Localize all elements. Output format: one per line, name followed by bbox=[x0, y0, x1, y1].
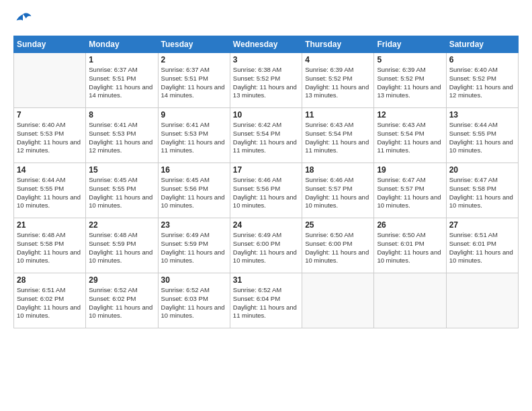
calendar-cell: 27Sunrise: 6:51 AMSunset: 6:01 PMDayligh… bbox=[446, 218, 518, 273]
day-info: Sunrise: 6:52 AMSunset: 6:04 PMDaylight:… bbox=[233, 286, 299, 320]
day-number: 1 bbox=[89, 55, 154, 64]
weekday-header-saturday: Saturday bbox=[446, 36, 518, 53]
day-number: 7 bbox=[17, 110, 83, 120]
day-info: Sunrise: 6:46 AMSunset: 5:56 PMDaylight:… bbox=[233, 176, 299, 210]
calendar-cell: 28Sunrise: 6:51 AMSunset: 6:02 PMDayligh… bbox=[14, 273, 86, 328]
calendar-cell: 21Sunrise: 6:48 AMSunset: 5:58 PMDayligh… bbox=[14, 218, 86, 273]
weekday-header-sunday: Sunday bbox=[14, 36, 86, 53]
day-number: 28 bbox=[17, 275, 83, 285]
calendar-cell: 14Sunrise: 6:44 AMSunset: 5:55 PMDayligh… bbox=[14, 163, 86, 218]
day-info: Sunrise: 6:40 AMSunset: 5:52 PMDaylight:… bbox=[449, 66, 515, 100]
calendar-cell: 22Sunrise: 6:48 AMSunset: 5:59 PMDayligh… bbox=[86, 218, 158, 273]
day-number: 23 bbox=[161, 220, 227, 230]
calendar-cell: 3Sunrise: 6:38 AMSunset: 5:52 PMDaylight… bbox=[230, 53, 302, 108]
calendar-cell: 1Sunrise: 6:37 AMSunset: 5:51 PMDaylight… bbox=[86, 53, 158, 108]
calendar-cell bbox=[302, 273, 374, 328]
day-info: Sunrise: 6:48 AMSunset: 5:58 PMDaylight:… bbox=[17, 231, 83, 265]
day-number: 21 bbox=[17, 220, 83, 230]
logo bbox=[13, 10, 35, 29]
day-number: 6 bbox=[449, 55, 515, 64]
calendar-cell: 11Sunrise: 6:43 AMSunset: 5:54 PMDayligh… bbox=[302, 108, 374, 163]
day-number: 13 bbox=[449, 110, 515, 120]
day-number: 30 bbox=[161, 275, 227, 285]
day-number: 14 bbox=[17, 165, 83, 175]
calendar-cell: 8Sunrise: 6:41 AMSunset: 5:53 PMDaylight… bbox=[86, 108, 158, 163]
week-row-4: 21Sunrise: 6:48 AMSunset: 5:58 PMDayligh… bbox=[14, 218, 519, 273]
calendar-cell: 13Sunrise: 6:44 AMSunset: 5:55 PMDayligh… bbox=[446, 108, 518, 163]
day-number: 31 bbox=[233, 275, 299, 285]
day-info: Sunrise: 6:43 AMSunset: 5:54 PMDaylight:… bbox=[305, 121, 371, 155]
day-info: Sunrise: 6:39 AMSunset: 5:52 PMDaylight:… bbox=[305, 66, 371, 100]
calendar-cell bbox=[446, 273, 518, 328]
header bbox=[13, 10, 519, 29]
day-info: Sunrise: 6:42 AMSunset: 5:54 PMDaylight:… bbox=[233, 121, 299, 155]
generalblue-logo-icon bbox=[13, 10, 32, 29]
day-number: 25 bbox=[305, 220, 371, 230]
day-number: 4 bbox=[305, 55, 371, 64]
day-number: 20 bbox=[449, 165, 515, 175]
weekday-header-wednesday: Wednesday bbox=[230, 36, 302, 53]
day-info: Sunrise: 6:40 AMSunset: 5:53 PMDaylight:… bbox=[17, 121, 83, 155]
weekday-header-monday: Monday bbox=[86, 36, 158, 53]
day-number: 2 bbox=[161, 55, 227, 64]
day-number: 27 bbox=[449, 220, 515, 230]
calendar-cell: 2Sunrise: 6:37 AMSunset: 5:51 PMDaylight… bbox=[158, 53, 230, 108]
day-number: 3 bbox=[233, 55, 299, 64]
day-info: Sunrise: 6:52 AMSunset: 6:02 PMDaylight:… bbox=[89, 286, 154, 320]
day-info: Sunrise: 6:41 AMSunset: 5:53 PMDaylight:… bbox=[161, 121, 227, 155]
day-number: 10 bbox=[233, 110, 299, 120]
weekday-header-row: SundayMondayTuesdayWednesdayThursdayFrid… bbox=[14, 36, 519, 53]
day-info: Sunrise: 6:46 AMSunset: 5:57 PMDaylight:… bbox=[305, 176, 371, 210]
day-number: 18 bbox=[305, 165, 371, 175]
week-row-1: 1Sunrise: 6:37 AMSunset: 5:51 PMDaylight… bbox=[14, 53, 519, 108]
calendar-cell bbox=[14, 53, 86, 108]
calendar-cell: 30Sunrise: 6:52 AMSunset: 6:03 PMDayligh… bbox=[158, 273, 230, 328]
day-info: Sunrise: 6:47 AMSunset: 5:57 PMDaylight:… bbox=[377, 176, 443, 210]
day-number: 29 bbox=[89, 275, 154, 285]
day-info: Sunrise: 6:51 AMSunset: 6:01 PMDaylight:… bbox=[449, 231, 515, 265]
day-info: Sunrise: 6:50 AMSunset: 6:01 PMDaylight:… bbox=[377, 231, 443, 265]
day-info: Sunrise: 6:45 AMSunset: 5:56 PMDaylight:… bbox=[161, 176, 227, 210]
day-info: Sunrise: 6:49 AMSunset: 6:00 PMDaylight:… bbox=[233, 231, 299, 265]
weekday-header-friday: Friday bbox=[374, 36, 446, 53]
day-number: 22 bbox=[89, 220, 154, 230]
calendar-cell: 29Sunrise: 6:52 AMSunset: 6:02 PMDayligh… bbox=[86, 273, 158, 328]
calendar-cell: 24Sunrise: 6:49 AMSunset: 6:00 PMDayligh… bbox=[230, 218, 302, 273]
week-row-5: 28Sunrise: 6:51 AMSunset: 6:02 PMDayligh… bbox=[14, 273, 519, 328]
day-number: 12 bbox=[377, 110, 443, 120]
day-info: Sunrise: 6:48 AMSunset: 5:59 PMDaylight:… bbox=[89, 231, 154, 265]
day-number: 11 bbox=[305, 110, 371, 120]
day-info: Sunrise: 6:44 AMSunset: 5:55 PMDaylight:… bbox=[449, 121, 515, 155]
calendar-cell: 16Sunrise: 6:45 AMSunset: 5:56 PMDayligh… bbox=[158, 163, 230, 218]
day-info: Sunrise: 6:45 AMSunset: 5:55 PMDaylight:… bbox=[89, 176, 154, 210]
weekday-header-thursday: Thursday bbox=[302, 36, 374, 53]
calendar-cell: 15Sunrise: 6:45 AMSunset: 5:55 PMDayligh… bbox=[86, 163, 158, 218]
calendar-cell: 6Sunrise: 6:40 AMSunset: 5:52 PMDaylight… bbox=[446, 53, 518, 108]
calendar-cell: 18Sunrise: 6:46 AMSunset: 5:57 PMDayligh… bbox=[302, 163, 374, 218]
day-info: Sunrise: 6:41 AMSunset: 5:53 PMDaylight:… bbox=[89, 121, 154, 155]
day-number: 17 bbox=[233, 165, 299, 175]
day-info: Sunrise: 6:43 AMSunset: 5:54 PMDaylight:… bbox=[377, 121, 443, 155]
calendar-cell: 31Sunrise: 6:52 AMSunset: 6:04 PMDayligh… bbox=[230, 273, 302, 328]
day-number: 9 bbox=[161, 110, 227, 120]
week-row-2: 7Sunrise: 6:40 AMSunset: 5:53 PMDaylight… bbox=[14, 108, 519, 163]
day-info: Sunrise: 6:38 AMSunset: 5:52 PMDaylight:… bbox=[233, 66, 299, 100]
calendar-cell: 17Sunrise: 6:46 AMSunset: 5:56 PMDayligh… bbox=[230, 163, 302, 218]
day-number: 24 bbox=[233, 220, 299, 230]
day-info: Sunrise: 6:44 AMSunset: 5:55 PMDaylight:… bbox=[17, 176, 83, 210]
day-info: Sunrise: 6:51 AMSunset: 6:02 PMDaylight:… bbox=[17, 286, 83, 320]
calendar-cell: 26Sunrise: 6:50 AMSunset: 6:01 PMDayligh… bbox=[374, 218, 446, 273]
day-info: Sunrise: 6:49 AMSunset: 5:59 PMDaylight:… bbox=[161, 231, 227, 265]
calendar-cell bbox=[374, 273, 446, 328]
calendar-cell: 19Sunrise: 6:47 AMSunset: 5:57 PMDayligh… bbox=[374, 163, 446, 218]
calendar-cell: 5Sunrise: 6:39 AMSunset: 5:52 PMDaylight… bbox=[374, 53, 446, 108]
week-row-3: 14Sunrise: 6:44 AMSunset: 5:55 PMDayligh… bbox=[14, 163, 519, 218]
day-info: Sunrise: 6:37 AMSunset: 5:51 PMDaylight:… bbox=[89, 66, 154, 100]
weekday-header-tuesday: Tuesday bbox=[158, 36, 230, 53]
day-number: 8 bbox=[89, 110, 154, 120]
day-number: 16 bbox=[161, 165, 227, 175]
day-number: 15 bbox=[89, 165, 154, 175]
day-info: Sunrise: 6:52 AMSunset: 6:03 PMDaylight:… bbox=[161, 286, 227, 320]
day-number: 19 bbox=[377, 165, 443, 175]
calendar: SundayMondayTuesdayWednesdayThursdayFrid… bbox=[13, 36, 519, 328]
